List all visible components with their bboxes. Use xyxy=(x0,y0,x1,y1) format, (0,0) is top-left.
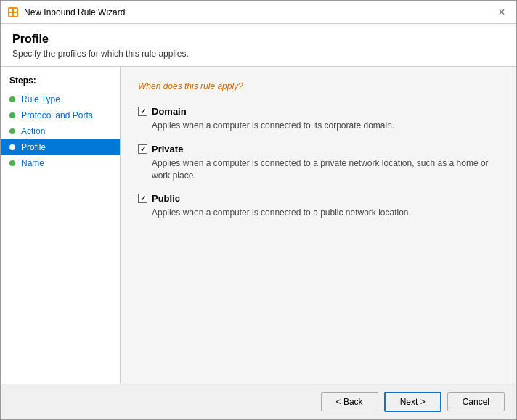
step-dot xyxy=(9,96,15,102)
step-dot xyxy=(9,128,15,134)
sidebar-item-label: Name xyxy=(21,158,44,168)
step-dot xyxy=(9,112,15,118)
cancel-button[interactable]: Cancel xyxy=(447,392,505,411)
back-button[interactable]: < Back xyxy=(321,392,378,411)
option-domain-header: Domain xyxy=(138,106,499,117)
app-icon xyxy=(7,6,20,19)
option-private-header: Private xyxy=(138,144,499,155)
header: Profile Specify the profiles for which t… xyxy=(1,24,516,67)
step-dot xyxy=(9,160,15,166)
option-public: Public Applies when a computer is connec… xyxy=(138,193,499,219)
wizard-window: New Inbound Rule Wizard × Profile Specif… xyxy=(0,0,517,420)
sidebar-item-label: Profile xyxy=(21,142,46,152)
close-button[interactable]: × xyxy=(493,4,510,21)
domain-label: Domain xyxy=(152,106,187,117)
footer: < Back Next > Cancel xyxy=(1,384,516,419)
option-private: Private Applies when a computer is conne… xyxy=(138,144,499,182)
svg-rect-3 xyxy=(9,13,12,16)
svg-rect-1 xyxy=(9,9,12,12)
sidebar-item-label: Action xyxy=(21,126,45,136)
content-area: Steps: Rule Type Protocol and Ports Acti… xyxy=(1,67,516,384)
private-label: Private xyxy=(152,144,183,155)
page-title: Profile xyxy=(12,33,505,46)
next-button[interactable]: Next > xyxy=(384,392,441,412)
svg-rect-2 xyxy=(14,9,17,12)
sidebar-item-action[interactable]: Action xyxy=(1,123,120,139)
question-text: When does this rule apply? xyxy=(138,81,499,91)
domain-description: Applies when a computer is connected to … xyxy=(152,120,499,132)
window-title: New Inbound Rule Wizard xyxy=(24,7,493,17)
public-label: Public xyxy=(152,193,180,204)
public-description: Applies when a computer is connected to … xyxy=(152,207,499,219)
private-checkbox[interactable] xyxy=(138,144,147,154)
sidebar-item-label: Rule Type xyxy=(21,94,60,104)
public-checkbox[interactable] xyxy=(138,194,147,203)
option-domain: Domain Applies when a computer is connec… xyxy=(138,106,499,132)
option-public-header: Public xyxy=(138,193,499,204)
svg-rect-4 xyxy=(14,13,17,16)
main-panel: When does this rule apply? Domain Applie… xyxy=(121,67,516,384)
sidebar-item-name[interactable]: Name xyxy=(1,155,120,171)
domain-checkbox[interactable] xyxy=(138,107,147,116)
sidebar-item-protocol-ports[interactable]: Protocol and Ports xyxy=(1,107,120,123)
step-dot xyxy=(9,144,15,150)
sidebar: Steps: Rule Type Protocol and Ports Acti… xyxy=(1,67,121,384)
sidebar-item-rule-type[interactable]: Rule Type xyxy=(1,91,120,107)
title-bar: New Inbound Rule Wizard × xyxy=(1,1,516,24)
steps-label: Steps: xyxy=(1,75,120,91)
page-subtitle: Specify the profiles for which this rule… xyxy=(12,49,505,59)
private-description: Applies when a computer is connected to … xyxy=(152,157,499,182)
sidebar-item-profile[interactable]: Profile xyxy=(1,139,120,155)
sidebar-item-label: Protocol and Ports xyxy=(21,110,93,120)
